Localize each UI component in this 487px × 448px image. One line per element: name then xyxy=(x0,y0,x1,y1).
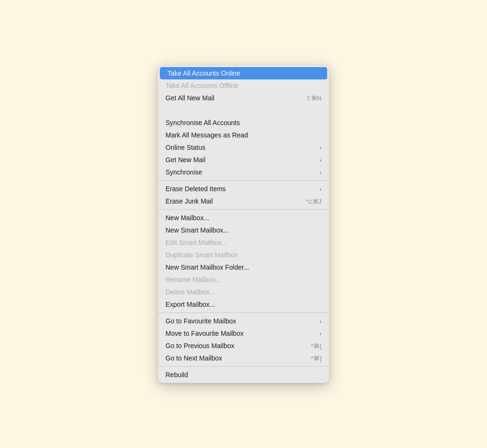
menu-item-arrow-icon: › xyxy=(320,318,321,325)
menu-item-new-mailbox[interactable]: New Mailbox... xyxy=(158,212,329,224)
menu-item-get-all-new-mail[interactable]: Get All New Mail⇧⌘N xyxy=(158,92,329,104)
menu-item-arrow-icon: › xyxy=(320,144,321,151)
menu-item-edit-smart-mailbox: Edit Smart Mailbox... xyxy=(158,236,329,249)
menu-item-erase-junk-mail[interactable]: Erase Junk Mail⌥⌘J xyxy=(158,195,329,207)
menu-item-label: Erase Deleted Items xyxy=(166,185,315,193)
menu-item-go-to-favourite-mailbox[interactable]: Go to Favourite Mailbox› xyxy=(158,315,329,327)
menu-item-rebuild[interactable]: Rebuild xyxy=(158,369,329,381)
menu-item-shortcut: ^⌘] xyxy=(311,355,321,362)
menu-item-label: New Smart Mailbox... xyxy=(166,226,321,234)
menu-separator xyxy=(158,312,329,313)
menu-item-synchronise[interactable]: Synchronise› xyxy=(158,166,329,178)
menu-item-shortcut: ⇧⌘N xyxy=(306,95,321,102)
menu-item-label: Export Mailbox... xyxy=(166,301,321,308)
menu-item-label: Get New Mail xyxy=(166,156,315,164)
menu-item-shortcut: ⌥⌘J xyxy=(305,198,322,205)
menu-item-label: Delete Mailbox... xyxy=(166,288,321,296)
menu-item-label: Get All New Mail xyxy=(166,94,296,102)
menu-item-label: Mark All Messages as Read xyxy=(166,131,321,139)
menu-item-duplicate-smart-mailbox: Duplicate Smart Mailbox xyxy=(158,249,329,261)
menu-item-synchronise-all-accounts[interactable]: Synchronise All Accounts xyxy=(158,117,329,129)
menu-item-label: Take All Accounts Offline xyxy=(166,82,321,89)
menu-item-label: Go to Previous Mailbox xyxy=(166,342,301,350)
menu-item-online-status[interactable]: Online Status› xyxy=(158,141,329,154)
menu-item-export-mailbox[interactable]: Export Mailbox... xyxy=(158,298,329,311)
menu-item-label: Edit Smart Mailbox... xyxy=(166,239,321,246)
menu-item-get-new-mail[interactable]: Get New Mail› xyxy=(158,154,329,166)
menu-item-label: Synchronise All Accounts xyxy=(166,119,321,127)
menu-item-arrow-icon: › xyxy=(320,169,321,176)
menu-item-label: Duplicate Smart Mailbox xyxy=(166,251,321,259)
menu-item-delete-mailbox: Delete Mailbox... xyxy=(158,286,329,298)
menu-item-label: Go to Next Mailbox xyxy=(166,354,301,362)
menu-item-label: Online Status xyxy=(166,144,315,151)
menu-item-mark-all-messages-as-read[interactable]: Mark All Messages as Read xyxy=(158,129,329,141)
menu-item-arrow-icon: › xyxy=(320,156,321,164)
menu-item-label: Rebuild xyxy=(166,371,321,379)
menu-item-label: Rename Mailbox... xyxy=(166,276,321,283)
context-menu: Take All Accounts OnlineTake All Account… xyxy=(158,65,329,383)
menu-item-label: Go to Favourite Mailbox xyxy=(166,317,315,325)
menu-item-new-smart-mailbox[interactable]: New Smart Mailbox... xyxy=(158,224,329,236)
menu-item-arrow-icon: › xyxy=(320,330,321,337)
menu-item-go-to-previous-mailbox[interactable]: Go to Previous Mailbox^⌘[ xyxy=(158,340,329,352)
menu-item-new-smart-mailbox-folder[interactable]: New Smart Mailbox Folder... xyxy=(158,261,329,273)
menu-item-move-to-favourite-mailbox[interactable]: Move to Favourite Mailbox› xyxy=(158,327,329,340)
menu-item-label: New Mailbox... xyxy=(166,214,321,222)
menu-item-label: Take All Accounts Online xyxy=(167,69,320,77)
menu-item-take-all-accounts-offline: Take All Accounts Offline xyxy=(158,79,329,92)
menu-item-go-to-next-mailbox[interactable]: Go to Next Mailbox^⌘] xyxy=(158,352,329,364)
menu-item-label: Synchronise xyxy=(166,168,315,176)
menu-separator xyxy=(158,366,329,367)
menu-item-arrow-icon: › xyxy=(320,185,321,193)
menu-item-rename-mailbox: Rename Mailbox... xyxy=(158,273,329,286)
menu-separator xyxy=(158,209,329,210)
menu-separator xyxy=(158,180,329,181)
menu-item-label: New Smart Mailbox Folder... xyxy=(166,263,321,271)
menu-item-shortcut: ^⌘[ xyxy=(311,342,321,350)
menu-item-label: Move to Favourite Mailbox xyxy=(166,330,315,337)
menu-item-label: Erase Junk Mail xyxy=(166,197,296,205)
menu-item-take-all-accounts-online[interactable]: Take All Accounts Online xyxy=(160,67,327,79)
menu-item-erase-deleted-items[interactable]: Erase Deleted Items› xyxy=(158,183,329,195)
menu-item-sep1[interactable] xyxy=(158,104,329,117)
